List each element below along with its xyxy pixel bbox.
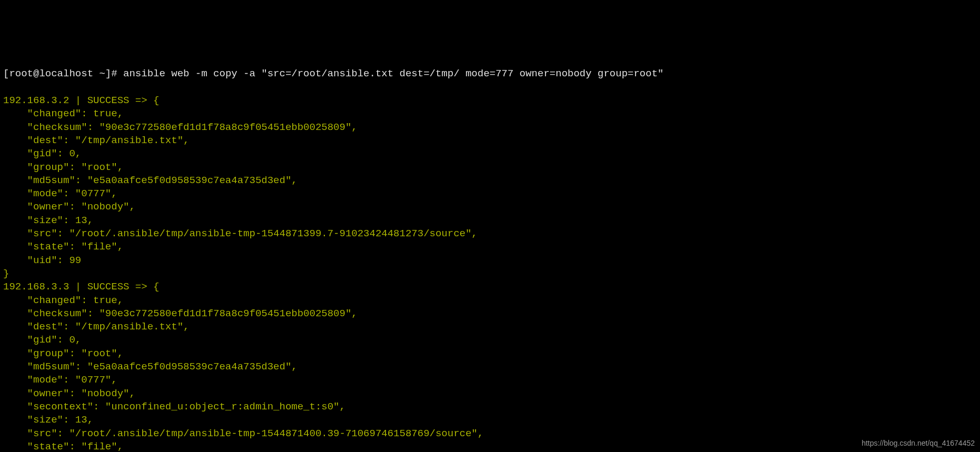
json-output-line: "group": "root",: [3, 347, 977, 360]
json-output-line: "uid": 99: [3, 254, 977, 267]
json-output-line: "mode": "0777",: [3, 374, 977, 387]
json-output-line: "dest": "/tmp/ansible.txt",: [3, 320, 977, 334]
json-output-line: "src": "/root/.ansible/tmp/ansible-tmp-1…: [3, 427, 977, 440]
terminal-output[interactable]: [root@localhost ~]# ansible web -m copy …: [0, 53, 980, 452]
json-output-line: "changed": true,: [3, 294, 977, 307]
host-success-header: 192.168.3.3 | SUCCESS => {: [3, 280, 977, 294]
json-output-line: "gid": 0,: [3, 334, 977, 347]
json-output-line: "md5sum": "e5a0aafce5f0d958539c7ea4a735d…: [3, 360, 977, 374]
json-output-line: "size": 13,: [3, 214, 977, 227]
json-output-line: "secontext": "unconfined_u:object_r:admi…: [3, 400, 977, 414]
json-output-line: "owner": "nobody",: [3, 200, 977, 214]
json-output-line: "mode": "0777",: [3, 187, 977, 200]
host-result-block: 192.168.3.3 | SUCCESS => { "changed": tr…: [3, 280, 977, 452]
shell-prompt: [root@localhost ~]#: [3, 68, 123, 79]
json-output-line: "state": "file",: [3, 440, 977, 452]
json-output-line: "gid": 0,: [3, 147, 977, 160]
command-line: [root@localhost ~]# ansible web -m copy …: [3, 67, 977, 81]
json-output-line: "group": "root",: [3, 161, 977, 174]
json-output-line: "src": "/root/.ansible/tmp/ansible-tmp-1…: [3, 227, 977, 240]
json-output-line: "checksum": "90e3c772580efd1d1f78a8c9f05…: [3, 121, 977, 134]
command-text: ansible web -m copy -a "src=/root/ansibl…: [123, 68, 664, 79]
json-output-line: "size": 13,: [3, 414, 977, 427]
watermark-text: https://blog.csdn.net/qq_41674452: [862, 437, 975, 450]
host-result-block: 192.168.3.2 | SUCCESS => { "changed": tr…: [3, 94, 977, 280]
json-output-line: "md5sum": "e5a0aafce5f0d958539c7ea4a735d…: [3, 174, 977, 187]
json-output-line: "state": "file",: [3, 240, 977, 254]
host-success-header: 192.168.3.2 | SUCCESS => {: [3, 94, 977, 107]
json-output-line: "checksum": "90e3c772580efd1d1f78a8c9f05…: [3, 307, 977, 320]
json-output-line: "changed": true,: [3, 107, 977, 120]
json-output-line: "owner": "nobody",: [3, 387, 977, 400]
json-closing-brace: }: [3, 267, 977, 280]
json-output-line: "dest": "/tmp/ansible.txt",: [3, 134, 977, 147]
